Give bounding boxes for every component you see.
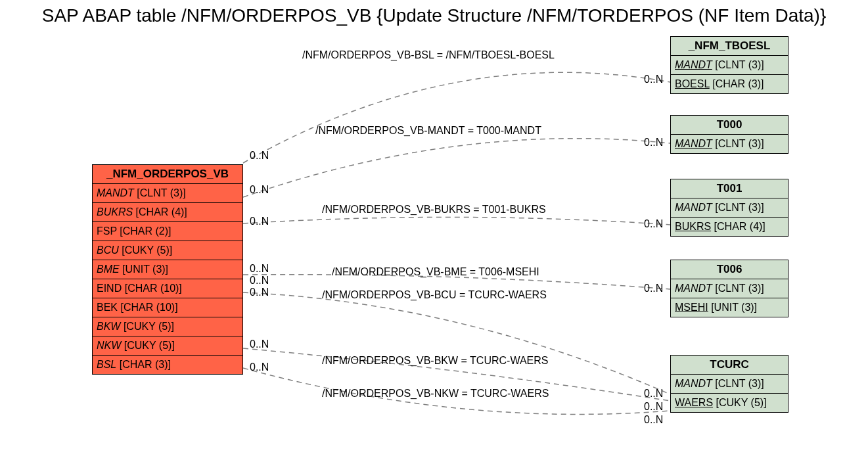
field-row: WAERS [CUKY (5)]: [671, 393, 788, 412]
field-row: MANDT [CLNT (3)]: [671, 279, 788, 298]
entity-header: _NFM_TBOESL: [671, 37, 788, 55]
field-row: MANDT [CLNT (3)]: [671, 134, 788, 153]
field-row: MANDT [CLNT (3)]: [671, 55, 788, 74]
entity-tcurc: TCURC MANDT [CLNT (3)] WAERS [CUKY (5)]: [670, 355, 788, 413]
field-row: EIND [CHAR (10)]: [93, 279, 242, 298]
cardinality-label: 0..N: [250, 150, 269, 162]
cardinality-label: 0..N: [250, 263, 269, 275]
field-row: NKW [CUKY (5)]: [93, 336, 242, 355]
cardinality-label: 0..N: [250, 361, 269, 373]
relationship-label: /NFM/ORDERPOS_VB-BSL = /NFM/TBOESL-BOESL: [302, 49, 555, 61]
field-row: BUKRS [CHAR (4)]: [93, 202, 242, 221]
field-row: MANDT [CLNT (3)]: [93, 183, 242, 202]
entity-main: _NFM_ORDERPOS_VB MANDT [CLNT (3)] BUKRS …: [92, 164, 243, 375]
cardinality-label: 0..N: [250, 287, 269, 298]
relationship-label: /NFM/ORDERPOS_VB-BCU = TCURC-WAERS: [322, 289, 547, 301]
relationship-label: /NFM/ORDERPOS_VB-MANDT = T000-MANDT: [315, 125, 541, 137]
entity-t006: T006 MANDT [CLNT (3)] MSEHI [UNIT (3)]: [670, 260, 788, 317]
cardinality-label: 0..N: [250, 275, 269, 287]
field-row: BSL [CHAR (3)]: [93, 355, 242, 374]
field-row: MANDT [CLNT (3)]: [671, 198, 788, 217]
entity-header: T006: [671, 260, 788, 279]
entity-main-header: _NFM_ORDERPOS_VB: [93, 165, 242, 183]
relationship-label: /NFM/ORDERPOS_VB-NKW = TCURC-WAERS: [322, 388, 549, 400]
cardinality-label: 0..N: [250, 216, 269, 227]
cardinality-label: 0..N: [250, 338, 269, 350]
field-row: BUKRS [CHAR (4)]: [671, 217, 788, 236]
field-row: MSEHI [UNIT (3)]: [671, 298, 788, 317]
cardinality-label: 0..N: [644, 283, 663, 294]
entity-t001: T001 MANDT [CLNT (3)] BUKRS [CHAR (4)]: [670, 179, 788, 237]
entity-header: TCURC: [671, 356, 788, 374]
entity-header: T001: [671, 179, 788, 198]
entity-header: T000: [671, 116, 788, 134]
field-row: BKW [CUKY (5)]: [93, 317, 242, 336]
entity-t000: T000 MANDT [CLNT (3)]: [670, 115, 788, 154]
field-row: BCU [CUKY (5)]: [93, 241, 242, 260]
relationship-label: /NFM/ORDERPOS_VB-BUKRS = T001-BUKRS: [322, 204, 546, 216]
page-title: SAP ABAP table /NFM/ORDERPOS_VB {Update …: [0, 5, 868, 26]
cardinality-label: 0..N: [644, 137, 663, 149]
cardinality-label: 0..N: [644, 414, 663, 426]
field-row: BOESL [CHAR (3)]: [671, 74, 788, 93]
field-row: BME [UNIT (3)]: [93, 260, 242, 279]
cardinality-label: 0..N: [644, 218, 663, 230]
cardinality-label: 0..N: [644, 401, 663, 413]
cardinality-label: 0..N: [644, 388, 663, 400]
cardinality-label: 0..N: [644, 74, 663, 85]
field-row: BEK [CHAR (10)]: [93, 298, 242, 317]
relationship-label: /NFM/ORDERPOS_VB-BME = T006-MSEHI: [332, 266, 539, 278]
relationship-label: /NFM/ORDERPOS_VB-BKW = TCURC-WAERS: [322, 355, 548, 367]
field-row: FSP [CHAR (2)]: [93, 221, 242, 241]
entity-tboesl: _NFM_TBOESL MANDT [CLNT (3)] BOESL [CHAR…: [670, 36, 788, 94]
cardinality-label: 0..N: [250, 184, 269, 196]
field-row: MANDT [CLNT (3)]: [671, 374, 788, 393]
